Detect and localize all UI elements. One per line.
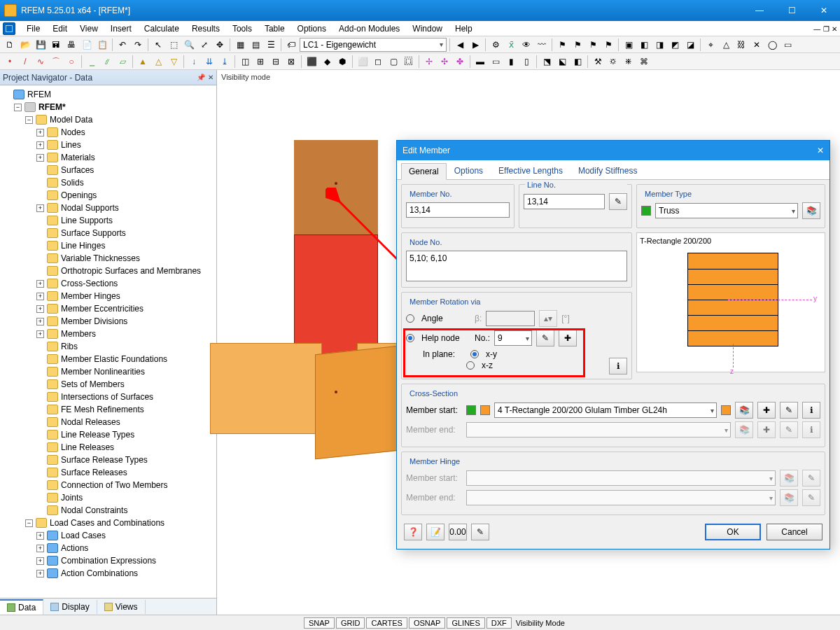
- mdi-icon[interactable]: [3, 22, 15, 35]
- set3-icon[interactable]: ⊟: [269, 55, 283, 69]
- new-node-button[interactable]: ✚: [559, 330, 577, 346]
- ext1-icon[interactable]: ⚒: [591, 55, 605, 69]
- eye-icon[interactable]: 👁: [519, 38, 533, 52]
- radio-angle[interactable]: [406, 314, 414, 323]
- hinge-start-select[interactable]: [466, 470, 776, 486]
- navigator-close-icon[interactable]: ✕: [208, 74, 214, 81]
- cs-start-select[interactable]: 4 T-Rectangle 200/200 Glulam Timber GL24…: [494, 402, 717, 418]
- gen1-icon[interactable]: ⬛: [304, 55, 318, 69]
- tree-item[interactable]: Nodal Releases: [36, 416, 215, 428]
- nav-tab-data[interactable]: Data: [0, 599, 43, 615]
- new-file-icon[interactable]: 🗋: [3, 38, 17, 52]
- cs-edit-button[interactable]: ✎: [780, 402, 798, 419]
- grid-icon[interactable]: ▦: [233, 38, 247, 52]
- tool-c-icon[interactable]: ⛓: [734, 38, 748, 52]
- iso1-icon[interactable]: ⬔: [540, 55, 554, 69]
- tree-item[interactable]: Surfaces: [36, 164, 215, 176]
- iso3-icon[interactable]: ◧: [570, 55, 584, 69]
- polyline-icon[interactable]: ∿: [34, 55, 48, 69]
- tool-b-icon[interactable]: △: [719, 38, 733, 52]
- tab-general[interactable]: General: [401, 163, 447, 180]
- view1-icon[interactable]: ⬜: [356, 55, 370, 69]
- minimize-button[interactable]: —: [743, 0, 776, 21]
- undo-icon[interactable]: ↶: [115, 38, 130, 52]
- pick-node-button[interactable]: ✎: [536, 330, 554, 346]
- clipboard-icon[interactable]: 📋: [95, 38, 109, 52]
- menu-calculate[interactable]: Calculate: [139, 22, 185, 35]
- tree-item[interactable]: Surface Supports: [36, 227, 215, 239]
- nav-tab-display[interactable]: Display: [43, 600, 97, 614]
- tree-item[interactable]: +Lines: [36, 139, 215, 151]
- loadcase-combo[interactable]: LC1 - Eigengewicht: [300, 38, 447, 52]
- set2-icon[interactable]: ⊞: [253, 55, 267, 69]
- tree-item[interactable]: +Members: [36, 328, 215, 340]
- save-all-icon[interactable]: 🖬: [49, 38, 63, 52]
- status-dxf[interactable]: DXF: [486, 617, 512, 629]
- misc4-icon[interactable]: ◩: [668, 38, 682, 52]
- tree-item[interactable]: Intersections of Surfaces: [36, 391, 215, 403]
- load3-icon[interactable]: ⤓: [218, 55, 232, 69]
- cursor-icon[interactable]: ↖: [151, 38, 165, 52]
- tree-item[interactable]: +Cross-Sections: [36, 277, 215, 290]
- line-no-field[interactable]: 13,14: [524, 194, 605, 209]
- tree-item[interactable]: +Member Divisions: [36, 315, 215, 328]
- support-icon[interactable]: ▲: [136, 55, 150, 69]
- mdi-minimize-button[interactable]: —: [813, 25, 820, 33]
- tree-icon[interactable]: ☰: [264, 38, 278, 52]
- load2-icon[interactable]: ⇊: [202, 55, 216, 69]
- support3-icon[interactable]: ▽: [167, 55, 181, 69]
- tree-root[interactable]: RFEM: [3, 88, 215, 101]
- tree-item[interactable]: FE Mesh Refinements: [36, 403, 215, 416]
- tool-d-icon[interactable]: ✕: [750, 38, 764, 52]
- tree-loadcases[interactable]: −Load Cases and Combinations: [25, 517, 215, 529]
- menu-addon[interactable]: Add-on Modules: [333, 22, 405, 35]
- misc5-icon[interactable]: ◪: [683, 38, 697, 52]
- pin-icon[interactable]: 📌: [197, 74, 205, 81]
- nav-tab-views[interactable]: Views: [97, 600, 146, 614]
- zoom-window-icon[interactable]: 🔍: [182, 38, 196, 52]
- close-button[interactable]: ✕: [808, 0, 840, 21]
- menu-help[interactable]: Help: [449, 22, 478, 35]
- flag1-icon[interactable]: ⚑: [555, 38, 569, 52]
- save-icon[interactable]: 💾: [34, 38, 48, 52]
- tree-item[interactable]: +Nodal Supports: [36, 202, 215, 214]
- tree-item[interactable]: +Combination Expressions: [36, 554, 215, 567]
- status-cartes[interactable]: CARTES: [366, 617, 407, 629]
- select-icon[interactable]: ⬚: [167, 38, 181, 52]
- flag2-icon[interactable]: ⚑: [570, 38, 584, 52]
- mdi-restore-button[interactable]: ❐: [823, 25, 830, 33]
- cs-end-select[interactable]: [466, 422, 731, 438]
- arc-icon[interactable]: ⌒: [49, 55, 63, 69]
- tree-item[interactable]: Joints: [36, 491, 215, 504]
- rotation-info-button[interactable]: ℹ: [609, 358, 627, 374]
- help-button[interactable]: ❓: [404, 524, 422, 540]
- ext2-icon[interactable]: ⛭: [606, 55, 620, 69]
- view4-icon[interactable]: ⿴: [402, 55, 416, 69]
- dialog-close-icon[interactable]: ✕: [817, 146, 824, 155]
- flag4-icon[interactable]: ⚑: [601, 38, 615, 52]
- loadcase-icon[interactable]: 🏷: [284, 38, 298, 52]
- tree-item[interactable]: Line Supports: [36, 214, 215, 227]
- tab-modify-stiffness[interactable]: Modify Stiffness: [570, 162, 645, 179]
- tree-item[interactable]: Line Release Types: [36, 428, 215, 441]
- tree-item[interactable]: +Action Combinations: [36, 567, 215, 580]
- cs-info-button[interactable]: ℹ: [802, 402, 820, 419]
- view2-icon[interactable]: ◻: [371, 55, 385, 69]
- redo-icon[interactable]: ↷: [131, 38, 145, 52]
- tree-item[interactable]: Solids: [36, 176, 215, 189]
- tree-item[interactable]: Member Nonlinearities: [36, 365, 215, 378]
- deform-icon[interactable]: 〰: [535, 38, 549, 52]
- radio-help-node[interactable]: [406, 334, 414, 342]
- rend3-icon[interactable]: ▮: [504, 55, 518, 69]
- tab-effective-lengths[interactable]: Effective Lengths: [491, 162, 570, 179]
- hinge-end-select[interactable]: [466, 490, 776, 505]
- comment-button[interactable]: 📝: [426, 524, 444, 540]
- menu-file[interactable]: File: [21, 22, 46, 35]
- node-icon[interactable]: •: [3, 55, 17, 69]
- tree-item[interactable]: Line Releases: [36, 441, 215, 454]
- pan-icon[interactable]: ✥: [213, 38, 227, 52]
- tree-item[interactable]: Variable Thicknesses: [36, 252, 215, 265]
- set4-icon[interactable]: ⊠: [284, 55, 298, 69]
- cs-color-swatch[interactable]: [721, 405, 731, 415]
- axis2-icon[interactable]: ✣: [438, 55, 451, 69]
